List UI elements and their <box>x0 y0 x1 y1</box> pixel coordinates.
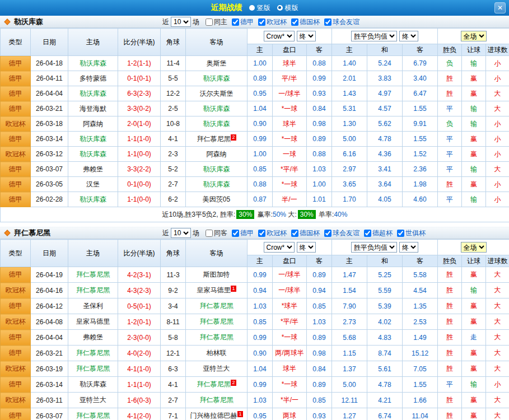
avg-type-select[interactable]: 胜平负均值 <box>351 242 397 253</box>
vertical-layout-radio[interactable] <box>249 5 255 11</box>
league-filter[interactable]: 同客 <box>206 228 227 238</box>
away-team: 门兴格拉德巴赫1 <box>186 408 248 420</box>
match-date: 26-02-28 <box>31 192 68 207</box>
league-filter-checkbox[interactable] <box>324 18 331 26</box>
odds-home: 0.90 <box>248 116 273 132</box>
away-team: 勒沃库森 <box>186 162 248 177</box>
team-name: 拜仁慕尼黑 <box>14 228 161 238</box>
match-date: 26-03-07 <box>31 408 68 420</box>
league-filter-checkbox[interactable] <box>232 230 239 237</box>
league-filter[interactable]: 欧冠杯 <box>258 17 287 27</box>
league-filter-checkbox[interactable] <box>258 18 265 26</box>
home-team: 汉堡 <box>68 177 118 192</box>
away-team: 奥斯堡 <box>186 56 248 71</box>
league-filter-checkbox[interactable] <box>291 230 298 237</box>
vertical-layout-label[interactable]: 竖版 <box>257 3 270 13</box>
odds-away: 0.89 <box>307 267 332 283</box>
league-filter[interactable]: 欧冠杯 <box>258 228 287 238</box>
league-type-cell: 欧冠杯 <box>1 116 31 132</box>
league-type-cell: 德甲 <box>1 298 31 314</box>
league-filter-checkbox[interactable] <box>364 230 371 237</box>
horizontal-layout-label[interactable]: 横版 <box>285 3 298 13</box>
odds-away: 0.99 <box>307 71 332 86</box>
away-team: 柏林联 <box>186 346 248 361</box>
league-filter[interactable]: 德国杯 <box>291 228 320 238</box>
league-filter-checkbox[interactable] <box>324 230 331 237</box>
odds-away: 0.88 <box>307 147 332 162</box>
league-filter[interactable]: 德甲 <box>232 17 254 27</box>
league-filter-checkbox[interactable] <box>232 18 239 26</box>
result-outcome: 胜 <box>438 298 462 314</box>
bookmaker-select[interactable]: Crow* <box>264 31 295 41</box>
match-count-select[interactable]: 10 <box>171 228 191 238</box>
league-filter[interactable]: 德国杯 <box>291 17 320 27</box>
horizontal-layout-radio[interactable] <box>277 5 283 11</box>
league-filter-checkbox[interactable] <box>206 18 213 26</box>
result-outcome: 平 <box>438 101 462 116</box>
rank-badge: 2 <box>231 134 236 141</box>
result-outcome: 胜 <box>438 71 462 86</box>
odds-stage-select[interactable]: 终 <box>297 242 316 253</box>
league-filter-checkbox[interactable] <box>397 230 404 237</box>
result-handicap: 赢 <box>462 267 486 283</box>
odds-home: 0.99 <box>248 377 273 393</box>
match-date: 26-03-14 <box>31 132 68 147</box>
result-goals: 大 <box>486 346 509 361</box>
league-filter-checkbox[interactable] <box>291 18 298 26</box>
result-header-group: 全场 <box>438 29 509 44</box>
corner-count: 5-5 <box>161 71 186 86</box>
odds-away: 0.98 <box>307 346 332 361</box>
titlebar: 近期战绩 竖版 横版 ✕ <box>0 0 509 16</box>
league-filter[interactable]: 同主 <box>206 17 227 27</box>
avg-stage-select[interactable]: 终 <box>399 31 418 41</box>
result-outcome: 平 <box>438 147 462 162</box>
avg-type-select[interactable]: 胜平负均值 <box>351 31 397 41</box>
match-date: 26-03-21 <box>31 346 68 361</box>
odds-handicap: 一球 <box>273 147 307 162</box>
odds-handicap: *一球 <box>273 177 307 192</box>
odds-away: 0.84 <box>307 361 332 377</box>
home-team: 拜仁慕尼黑 <box>68 283 118 298</box>
subcol-header-7: 让球 <box>462 255 486 267</box>
league-filter[interactable]: 世俱杯 <box>397 228 426 238</box>
team-bullet-icon <box>4 230 10 236</box>
result-handicap: 输 <box>462 162 486 177</box>
fullmatch-select[interactable]: 全场 <box>461 31 487 41</box>
avg-home: 7.90 <box>332 298 367 314</box>
league-filter[interactable]: 德超杯 <box>364 228 393 238</box>
league-filter[interactable]: 德甲 <box>232 228 254 238</box>
avg-stage-select[interactable]: 终 <box>399 242 418 253</box>
result-goals: 大 <box>486 162 509 177</box>
result-outcome: 胜 <box>438 177 462 192</box>
odds-away: 0.89 <box>307 132 332 147</box>
league-type-cell: 欧冠杯 <box>1 361 31 377</box>
odds-away: 0.98 <box>307 116 332 132</box>
league-type-cell: 德甲 <box>1 267 31 283</box>
match-date: 26-04-18 <box>31 56 68 71</box>
avg-away: 1.66 <box>403 393 438 408</box>
fullmatch-select[interactable]: 全场 <box>461 242 487 253</box>
home-team: 弗赖堡 <box>68 330 118 346</box>
home-team: 海登海默 <box>68 101 118 116</box>
match-row: 德甲26-04-04勒沃库森6-3(2-3)12-2沃尔夫斯堡0.95一/球半0… <box>1 86 509 101</box>
league-filter[interactable]: 球会友谊 <box>324 228 359 238</box>
league-filter-label: 同客 <box>214 228 227 238</box>
close-icon[interactable]: ✕ <box>494 2 506 13</box>
bookmaker-select[interactable]: Crow* <box>264 242 295 253</box>
match-row: 欧冠杯26-03-18阿森纳2-0(1-0)10-8勒沃库森0.90球半0.98… <box>1 116 509 132</box>
col-header-away: 客场 <box>186 240 248 267</box>
result-goals: 小 <box>486 192 509 207</box>
odds-home: 1.00 <box>248 147 273 162</box>
league-filter[interactable]: 球会友谊 <box>324 17 359 27</box>
avg-draw: 5.25 <box>367 267 403 283</box>
score-halftime: 0-5(0-1) <box>118 298 161 314</box>
odds-away: 0.84 <box>307 101 332 116</box>
odds-stage-select[interactable]: 终 <box>297 31 316 41</box>
league-filter-label: 同主 <box>214 17 227 27</box>
league-filter-checkbox[interactable] <box>206 230 213 237</box>
win-rate-badge: 30% <box>236 210 254 219</box>
score-halftime: 3-3(0-2) <box>118 101 161 116</box>
league-filter-checkbox[interactable] <box>258 230 265 237</box>
match-count-select[interactable]: 10 <box>171 17 191 27</box>
home-team: 拜仁慕尼黑 <box>68 346 118 361</box>
